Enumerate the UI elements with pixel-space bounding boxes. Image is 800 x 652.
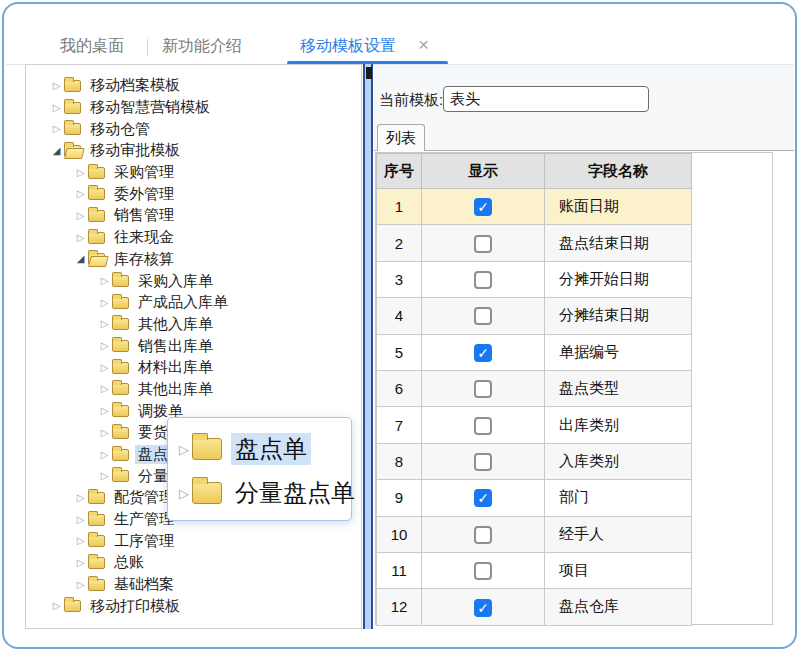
chevron-right-icon[interactable]: ▷ — [73, 493, 88, 503]
tree-item[interactable]: ▷材料出库单 — [26, 357, 361, 379]
chevron-right-icon[interactable]: ▷ — [97, 298, 112, 308]
popup-item-label: 盘点单 — [231, 433, 311, 465]
chevron-right-icon[interactable]: ▷ — [97, 276, 112, 286]
checkbox-unchecked[interactable] — [474, 271, 492, 289]
chevron-right-icon[interactable]: ▷ — [97, 319, 112, 329]
folder-icon — [112, 340, 129, 352]
tree-item[interactable]: ▷往来现金 — [26, 227, 361, 249]
chevron-right-icon[interactable]: ▷ — [49, 601, 64, 611]
table-row[interactable]: 2盘点结束日期 — [377, 225, 692, 261]
checkbox-unchecked[interactable] — [474, 453, 492, 471]
tree-item[interactable]: ◢移动审批模板 — [26, 140, 361, 162]
table-row[interactable]: 8入库类别 — [377, 443, 692, 479]
chevron-right-icon[interactable]: ▷ — [73, 189, 88, 199]
row-number: 1 — [377, 189, 422, 225]
tree-item[interactable]: ▷采购管理 — [26, 162, 361, 184]
tree-item[interactable]: ▷工序管理 — [26, 530, 361, 552]
tree-item[interactable]: ▷移动打印模板 — [26, 596, 361, 618]
table-row[interactable]: 4分摊结束日期 — [377, 298, 692, 334]
table-row[interactable]: 1账面日期 — [377, 189, 692, 225]
table-row[interactable]: 7出库类别 — [377, 407, 692, 443]
checkbox-unchecked[interactable] — [474, 417, 492, 435]
chevron-right-icon[interactable]: ▷ — [49, 103, 64, 113]
tree-item[interactable]: ▷其他出库单 — [26, 379, 361, 401]
folder-icon — [88, 232, 105, 244]
chevron-right-icon[interactable]: ▷ — [73, 536, 88, 546]
tree-item[interactable]: ▷移动仓管 — [26, 118, 361, 140]
table-row[interactable]: 5单据编号 — [377, 334, 692, 370]
popup-item-inventory-sheet[interactable]: ▷盘点单 — [176, 430, 351, 468]
row-number: 6 — [377, 370, 422, 406]
table-row[interactable]: 10经手人 — [377, 516, 692, 552]
tree-item[interactable]: ▷销售出库单 — [26, 335, 361, 357]
chevron-right-icon[interactable]: ▷ — [97, 471, 112, 481]
close-icon[interactable]: × — [418, 34, 429, 56]
tree-item[interactable]: ▷总账 — [26, 552, 361, 574]
checkbox-checked[interactable] — [474, 599, 492, 617]
column-header-show: 显示 — [422, 154, 545, 189]
chevron-right-icon[interactable]: ▷ — [73, 168, 88, 178]
popup-item-portion-inventory-sheet[interactable]: ▷分量盘点单 — [176, 474, 351, 512]
chevron-right-icon[interactable]: ▷ — [97, 341, 112, 351]
panel-splitter[interactable] — [363, 64, 373, 629]
checkbox-unchecked[interactable] — [474, 235, 492, 253]
row-number: 9 — [377, 480, 422, 516]
tab-list[interactable]: 列表 — [377, 124, 425, 151]
table-row[interactable]: 11项目 — [377, 552, 692, 588]
tree-item[interactable]: ▷基础档案 — [26, 574, 361, 596]
field-name: 分摊开始日期 — [545, 261, 692, 297]
tree-item[interactable]: ▷委外管理 — [26, 183, 361, 205]
chevron-right-icon[interactable]: ▷ — [73, 580, 88, 590]
chevron-right-icon[interactable]: ▷ — [97, 363, 112, 373]
splitter-grip-icon[interactable] — [366, 67, 372, 79]
checkbox-unchecked[interactable] — [474, 380, 492, 398]
chevron-right-icon[interactable]: ▷ — [73, 211, 88, 221]
chevron-right-icon[interactable]: ▷ — [73, 233, 88, 243]
checkbox-unchecked[interactable] — [474, 526, 492, 544]
checkbox-checked[interactable] — [474, 344, 492, 362]
chevron-right-icon[interactable]: ▷ — [97, 450, 112, 460]
checkbox-unchecked[interactable] — [474, 307, 492, 325]
table-row[interactable]: 3分摊开始日期 — [377, 261, 692, 297]
chevron-right-icon[interactable]: ▷ — [73, 558, 88, 568]
chevron-right-icon[interactable]: ▷ — [97, 406, 112, 416]
list-tab-baseline — [374, 150, 794, 151]
folder-icon — [112, 470, 129, 482]
tab-new-features[interactable]: 新功能介绍 — [162, 36, 242, 57]
tree-item[interactable]: ▷其他入库单 — [26, 314, 361, 336]
folder-icon — [88, 579, 105, 591]
tab-mobile-template-settings[interactable]: 移动模板设置 — [300, 36, 396, 57]
tree-item[interactable]: ▷移动智慧营销模板 — [26, 97, 361, 119]
chevron-right-icon[interactable]: ▷ — [97, 428, 112, 438]
chevron-expanded-icon[interactable]: ◢ — [49, 146, 64, 156]
chevron-right-icon[interactable]: ▷ — [49, 124, 64, 134]
chevron-right-icon[interactable]: ▷ — [97, 384, 112, 394]
checkbox-unchecked[interactable] — [474, 562, 492, 580]
table-row[interactable]: 6盘点类型 — [377, 370, 692, 406]
tree-item[interactable]: ▷产成品入库单 — [26, 292, 361, 314]
table-row[interactable]: 9部门 — [377, 480, 692, 516]
current-template-input[interactable] — [443, 86, 649, 112]
tree-item[interactable]: ▷移动档案模板 — [26, 75, 361, 97]
folder-icon — [88, 188, 105, 200]
checkbox-checked[interactable] — [474, 198, 492, 216]
row-number: 8 — [377, 443, 422, 479]
chevron-right-icon[interactable]: ▷ — [73, 515, 88, 525]
folder-icon — [88, 514, 105, 526]
chevron-right-icon[interactable]: ▷ — [176, 443, 192, 456]
current-template-label: 当前模板: — [379, 91, 443, 110]
row-number: 5 — [377, 334, 422, 370]
tree-item-label: 库存核算 — [111, 250, 177, 269]
checkbox-checked[interactable] — [474, 489, 492, 507]
tree-item[interactable]: ▷销售管理 — [26, 205, 361, 227]
chevron-expanded-icon[interactable]: ◢ — [73, 254, 88, 264]
folder-icon — [112, 318, 129, 330]
tree-item[interactable]: ▷采购入库单 — [26, 270, 361, 292]
tree-item[interactable]: ◢库存核算 — [26, 249, 361, 271]
table-row[interactable]: 12盘点仓库 — [377, 589, 692, 625]
chevron-right-icon[interactable]: ▷ — [49, 81, 64, 91]
chevron-right-icon[interactable]: ▷ — [176, 487, 192, 500]
folder-icon — [64, 600, 81, 612]
tab-my-desktop[interactable]: 我的桌面 — [60, 36, 124, 57]
tree-item-label: 基础档案 — [111, 575, 177, 594]
